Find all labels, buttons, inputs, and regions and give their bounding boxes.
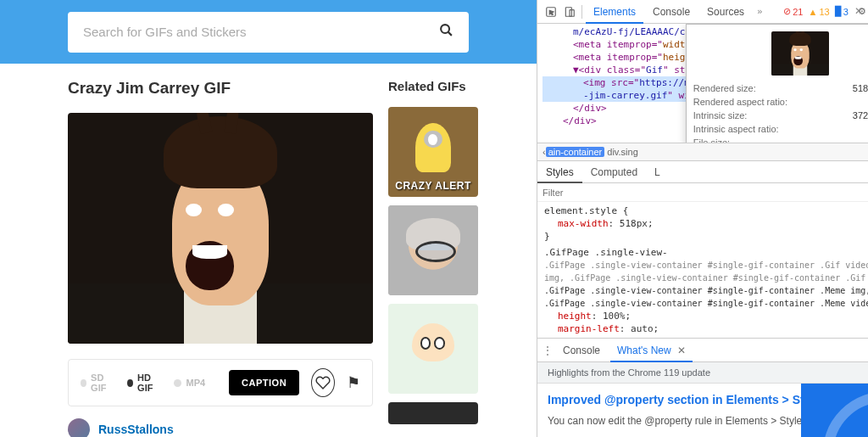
search-icon[interactable] — [439, 23, 453, 42]
close-icon[interactable]: ✕ — [677, 345, 686, 356]
tab-more[interactable]: L — [646, 161, 669, 183]
tab-computed[interactable]: Computed — [582, 161, 646, 183]
search-box[interactable] — [68, 12, 469, 53]
devtools-toolbar: Elements Console Sources » ⊘ 21 ▲ 13 ▉ 3… — [537, 0, 868, 24]
drawer-close-icon[interactable]: ✕ — [854, 5, 863, 17]
styles-pane[interactable]: element.style { max-width: 518px; } .Gif… — [537, 202, 868, 338]
highlights-bar: Highlights from the Chrome 119 update — [537, 362, 868, 384]
tab-sources[interactable]: Sources — [699, 0, 752, 24]
devtools-panel: Elements Console Sources » ⊘ 21 ▲ 13 ▉ 3… — [537, 0, 868, 437]
svg-rect-3 — [565, 7, 571, 16]
error-badge[interactable]: ⊘ 21 — [783, 6, 803, 17]
format-hd-gif[interactable]: HD GIF — [127, 373, 162, 393]
styles-filter-row — [537, 183, 868, 202]
header-bar — [0, 0, 537, 64]
search-input[interactable] — [83, 25, 439, 39]
device-icon[interactable] — [561, 3, 578, 20]
tooltip-thumbnail — [771, 31, 829, 76]
drawer-tab-console[interactable]: Console — [556, 339, 607, 362]
drawer-menu-icon[interactable]: ⋮ — [542, 345, 553, 356]
format-label: SD GIF — [91, 373, 115, 393]
format-label: HD GIF — [137, 373, 162, 393]
related-title: Related GIFs — [388, 79, 478, 93]
tab-elements[interactable]: Elements — [586, 0, 643, 24]
caption-button[interactable]: CAPTION — [229, 370, 299, 395]
related-gif-1[interactable]: CRAZY ALERT — [388, 107, 478, 197]
breadcrumb[interactable]: ‹ ain-container div.sing › — [537, 143, 868, 161]
whatsnew-art[interactable] — [801, 384, 868, 437]
main-column: Crazy Jim Carrey GIF SD GIF HD GIF MP4 C… — [68, 79, 373, 437]
svg-point-0 — [441, 25, 449, 33]
tab-styles[interactable]: Styles — [537, 161, 582, 183]
avatar — [68, 418, 90, 437]
uploader-row[interactable]: RussStallons — [68, 418, 373, 437]
related-gif-4[interactable] — [388, 402, 478, 424]
flag-button[interactable]: ⚑ — [347, 373, 360, 392]
tenor-page: Crazy Jim Carrey GIF SD GIF HD GIF MP4 C… — [0, 0, 537, 437]
styles-filter-input[interactable] — [542, 188, 610, 198]
format-bar: SD GIF HD GIF MP4 CAPTION ⚑ — [68, 359, 373, 406]
related-gif-2[interactable] — [388, 205, 478, 295]
styles-tabs: Styles Computed L — [537, 161, 868, 183]
svg-line-1 — [448, 31, 452, 35]
warning-badge[interactable]: ▲ 13 — [808, 7, 829, 17]
favorite-button[interactable] — [311, 368, 335, 397]
related-column: Related GIFs CRAZY ALERT — [388, 79, 478, 437]
page-title: Crazy Jim Carrey GIF — [68, 79, 373, 98]
crumb-item[interactable]: ain-container — [546, 147, 605, 157]
drawer-tab-whatsnew[interactable]: What's New ✕ — [610, 339, 693, 362]
elements-tree[interactable]: m/ecAzU-fj/LEAAAAC/crazy-jim-carrey.gif"… — [537, 24, 868, 143]
tab-console[interactable]: Console — [645, 0, 698, 24]
inspect-icon[interactable] — [542, 3, 559, 20]
format-label: MP4 — [186, 378, 205, 388]
format-sd-gif[interactable]: SD GIF — [81, 373, 115, 393]
crumb-item[interactable]: div.sing — [604, 147, 640, 157]
drawer-body: Improved @property section in Elements >… — [537, 384, 868, 437]
image-preview-tooltip: Rendered size:518 × 390 px Rendered aspe… — [686, 24, 868, 143]
username: RussStallons — [98, 423, 174, 436]
main-gif[interactable] — [68, 113, 373, 344]
gif-overlay-text: CRAZY ALERT — [388, 180, 478, 192]
related-gif-3[interactable] — [388, 304, 478, 394]
format-mp4[interactable]: MP4 — [174, 378, 205, 388]
issues-badge[interactable]: ▉ 3 — [835, 6, 849, 17]
drawer: ⋮ Console What's New ✕ ✕ Highlights from… — [537, 338, 868, 437]
more-tabs-icon[interactable]: » — [754, 6, 766, 17]
